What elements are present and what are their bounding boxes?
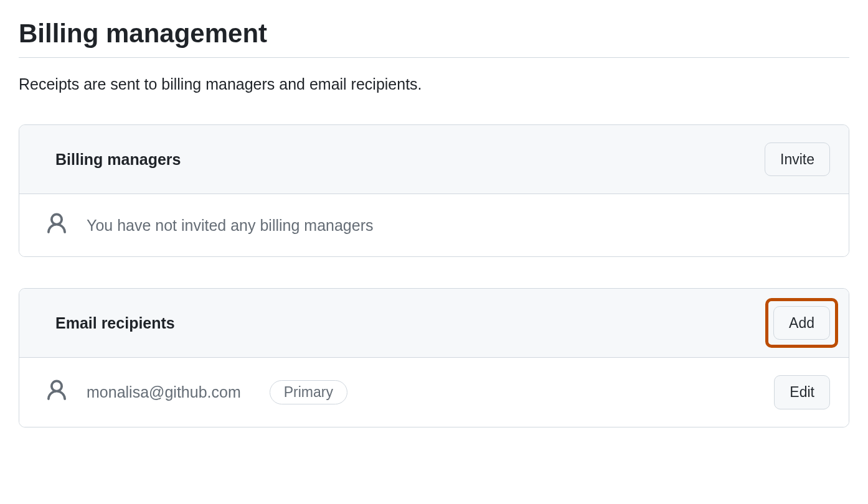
email-recipients-body: monalisa@github.com Primary Edit <box>19 358 849 426</box>
primary-badge: Primary <box>270 380 347 404</box>
edit-button[interactable]: Edit <box>774 375 830 409</box>
billing-managers-header: Billing managers Invite <box>19 125 849 194</box>
add-button[interactable]: Add <box>773 306 830 340</box>
billing-managers-title: Billing managers <box>55 151 181 169</box>
email-recipients-panel: Email recipients Add monalisa@github.com… <box>19 288 849 427</box>
person-icon <box>44 212 69 239</box>
invite-button[interactable]: Invite <box>765 142 830 176</box>
page-description: Receipts are sent to billing managers an… <box>19 75 849 93</box>
person-icon <box>44 378 69 406</box>
billing-managers-empty-row: You have not invited any billing manager… <box>19 194 849 256</box>
page-title: Billing management <box>19 19 849 58</box>
email-recipients-title: Email recipients <box>55 314 175 332</box>
email-recipient-email: monalisa@github.com <box>87 383 241 401</box>
email-recipients-header: Email recipients Add <box>19 289 849 358</box>
billing-managers-panel: Billing managers Invite You have not inv… <box>19 124 849 257</box>
add-button-highlight: Add <box>765 298 838 348</box>
email-recipient-row: monalisa@github.com Primary Edit <box>19 358 849 426</box>
billing-managers-body: You have not invited any billing manager… <box>19 194 849 256</box>
billing-managers-empty-text: You have not invited any billing manager… <box>87 217 374 235</box>
